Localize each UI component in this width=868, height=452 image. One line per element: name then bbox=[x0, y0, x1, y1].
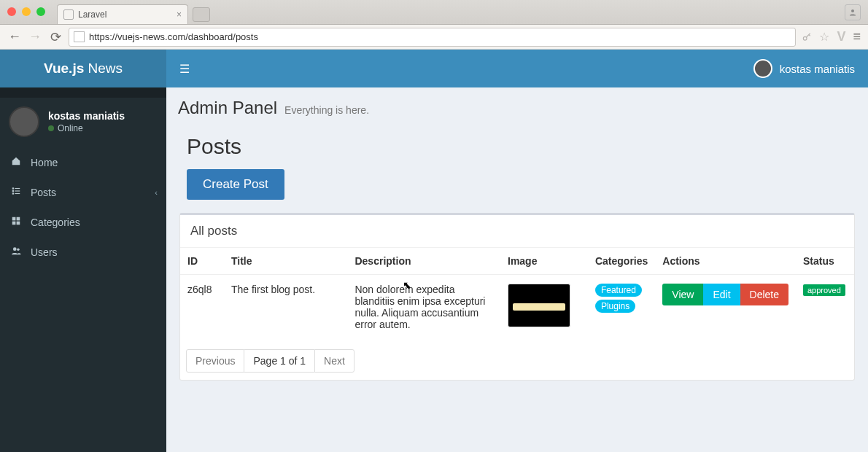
chevron-left-icon: ‹ bbox=[155, 188, 158, 197]
url-input[interactable]: https://vuejs-news.com/dashboard/posts bbox=[69, 28, 796, 47]
sidebar-item-home[interactable]: Home bbox=[0, 147, 166, 177]
avatar bbox=[753, 59, 772, 78]
sidebar-shadow bbox=[0, 87, 166, 98]
window-controls bbox=[7, 7, 45, 16]
delete-button[interactable]: Delete bbox=[740, 284, 788, 305]
brand-light: News bbox=[84, 61, 123, 76]
url-text: https://vuejs-news.com/dashboard/posts bbox=[89, 31, 258, 42]
page-icon bbox=[63, 9, 74, 20]
sidebar-item-categories[interactable]: Categories bbox=[0, 207, 166, 237]
close-tab-icon[interactable]: × bbox=[177, 9, 182, 20]
cell-title: The first blog post. bbox=[224, 275, 348, 340]
browser-tab-bar: Laravel × bbox=[0, 0, 868, 25]
content-header: Admin Panel Everything is here. bbox=[166, 87, 868, 124]
column-header-status: Status bbox=[796, 248, 854, 275]
cell-description: Non dolorem expedita blanditiis enim ips… bbox=[347, 275, 500, 340]
tab-title: Laravel bbox=[78, 9, 106, 20]
sidebar-item-label: Posts bbox=[31, 187, 56, 198]
svg-rect-6 bbox=[12, 192, 14, 194]
bookmark-icon[interactable]: ☆ bbox=[819, 30, 829, 44]
users-icon bbox=[10, 246, 22, 258]
svg-rect-4 bbox=[12, 190, 14, 192]
cell-status: approved bbox=[796, 275, 854, 340]
svg-rect-5 bbox=[15, 190, 20, 191]
forward-button[interactable]: → bbox=[28, 29, 42, 44]
view-button[interactable]: View bbox=[662, 284, 703, 305]
posts-table: ID Title Description Image Categories Ac… bbox=[180, 248, 854, 339]
svg-point-1 bbox=[804, 36, 807, 40]
column-header-categories: Categories bbox=[588, 248, 655, 275]
main: ☰ kostas maniatis Admin Panel Everything… bbox=[166, 50, 868, 452]
online-dot-icon bbox=[48, 125, 54, 131]
category-badge: Plugins bbox=[595, 300, 635, 313]
extension-icon[interactable]: V bbox=[837, 29, 845, 44]
column-header-id: ID bbox=[180, 248, 224, 275]
column-header-description: Description bbox=[347, 248, 500, 275]
close-window-icon[interactable] bbox=[7, 7, 16, 16]
cell-image bbox=[500, 275, 588, 340]
sidebar-item-users[interactable]: Users bbox=[0, 237, 166, 267]
content: Posts Create Post All posts ID Title Des… bbox=[166, 124, 868, 394]
browser-tab[interactable]: Laravel × bbox=[57, 4, 188, 24]
site-identity-icon bbox=[74, 31, 85, 42]
sidebar: Vue.js News kostas maniatis Online Home bbox=[0, 50, 166, 452]
cell-actions: View Edit Delete bbox=[655, 275, 796, 340]
maximize-window-icon[interactable] bbox=[36, 7, 45, 16]
status-badge: approved bbox=[803, 284, 845, 296]
column-header-title: Title bbox=[224, 248, 348, 275]
posts-panel: All posts ID Title Description Image Cat… bbox=[179, 213, 855, 381]
svg-point-13 bbox=[17, 249, 20, 252]
svg-rect-10 bbox=[12, 222, 16, 225]
page-header-title: Admin Panel bbox=[178, 98, 277, 118]
post-thumbnail[interactable] bbox=[508, 284, 570, 327]
edit-button[interactable]: Edit bbox=[703, 284, 740, 305]
list-icon bbox=[10, 186, 22, 198]
svg-rect-2 bbox=[12, 187, 14, 189]
reload-button[interactable]: ⟳ bbox=[48, 29, 63, 45]
home-icon bbox=[10, 156, 22, 168]
page-header-subtitle: Everything is here. bbox=[284, 104, 369, 116]
category-badge: Featured bbox=[595, 284, 642, 297]
hamburger-icon[interactable]: ☰ bbox=[179, 62, 190, 76]
svg-rect-7 bbox=[15, 193, 20, 194]
sidebar-user-status: Online bbox=[48, 123, 125, 133]
next-button[interactable]: Next bbox=[314, 349, 354, 373]
new-tab-button[interactable] bbox=[193, 7, 210, 22]
key-icon[interactable] bbox=[802, 32, 812, 42]
svg-rect-3 bbox=[15, 188, 20, 189]
browser-menu-icon[interactable]: ≡ bbox=[853, 29, 861, 44]
sidebar-item-label: Categories bbox=[31, 217, 80, 228]
svg-rect-9 bbox=[17, 217, 20, 221]
grid-icon bbox=[10, 216, 22, 228]
svg-point-12 bbox=[13, 247, 17, 251]
sidebar-item-label: Users bbox=[31, 246, 58, 258]
sidebar-user-panel: kostas maniatis Online bbox=[0, 98, 166, 147]
page-title: Posts bbox=[187, 134, 848, 159]
create-post-button[interactable]: Create Post bbox=[187, 169, 284, 200]
browser-profile-icon[interactable] bbox=[845, 4, 861, 20]
brand-bold: Vue.js bbox=[44, 61, 84, 76]
svg-rect-8 bbox=[12, 217, 16, 221]
svg-point-0 bbox=[851, 9, 854, 12]
topbar-user-name: kostas maniatis bbox=[780, 63, 855, 75]
cell-id: z6ql8 bbox=[180, 275, 224, 340]
topbar: ☰ kostas maniatis bbox=[166, 50, 868, 87]
sidebar-user-name: kostas maniatis bbox=[48, 110, 125, 122]
sidebar-item-label: Home bbox=[31, 157, 58, 168]
panel-title: All posts bbox=[180, 215, 854, 248]
avatar bbox=[9, 106, 39, 137]
back-button[interactable]: ← bbox=[7, 29, 22, 44]
minimize-window-icon[interactable] bbox=[22, 7, 31, 16]
cell-categories: Featured Plugins bbox=[588, 275, 655, 340]
sidebar-item-posts[interactable]: Posts ‹ bbox=[0, 177, 166, 207]
svg-rect-11 bbox=[17, 222, 20, 225]
pagination: Previous Page 1 of 1 Next bbox=[180, 345, 854, 380]
sidebar-menu: Home Posts ‹ Categories bbox=[0, 147, 166, 267]
table-header-row: ID Title Description Image Categories Ac… bbox=[180, 248, 854, 275]
table-row: z6ql8 The first blog post. Non dolorem e… bbox=[180, 275, 854, 340]
previous-button[interactable]: Previous bbox=[186, 349, 244, 373]
topbar-user[interactable]: kostas maniatis bbox=[753, 59, 855, 78]
column-header-image: Image bbox=[500, 248, 588, 275]
brand[interactable]: Vue.js News bbox=[0, 50, 166, 87]
browser-address-bar: ← → ⟳ https://vuejs-news.com/dashboard/p… bbox=[0, 25, 868, 50]
